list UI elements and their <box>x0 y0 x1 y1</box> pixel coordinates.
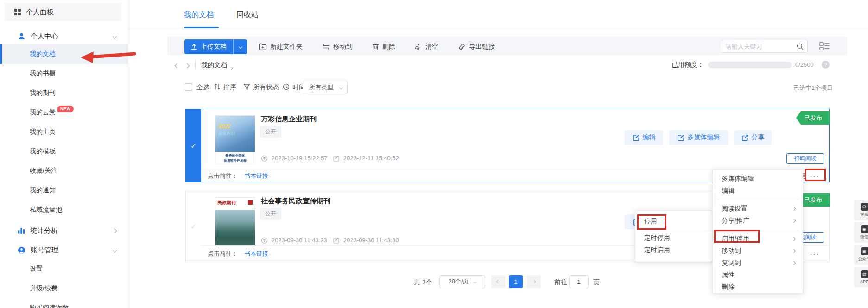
active-tab-underline <box>184 27 219 28</box>
type-filter-select[interactable]: 所有类型 <box>303 81 348 94</box>
doc1-status-ribbon: 已发布 <box>796 111 830 125</box>
float-wechat-button[interactable]: ◉ 微信 <box>854 222 868 243</box>
back-button[interactable] <box>175 61 179 69</box>
menu-item-edit[interactable]: 编辑 <box>713 185 803 197</box>
menu-label: 启用/停用 <box>722 235 749 243</box>
goto-page-input[interactable] <box>569 275 589 288</box>
tab-my-docs[interactable]: 我的文档 <box>184 10 214 20</box>
sidebar-item-notifications[interactable]: 我的通知 <box>0 181 128 200</box>
menu-divider <box>717 200 798 200</box>
clear-button[interactable]: 清空 <box>415 43 438 51</box>
new-folder-button[interactable]: 新建文件夹 <box>259 43 303 51</box>
menu-item-media-edit[interactable]: 多媒体编辑 <box>713 173 803 185</box>
doc2-checkbox[interactable]: ✓ <box>186 191 201 262</box>
nav-label: 私域流量池 <box>30 206 62 214</box>
export-link-button[interactable]: 导出链接 <box>458 43 495 51</box>
page-size-select[interactable]: 20个/页 <box>439 275 485 288</box>
updated-value: 2023-09-30 11:43:30 <box>343 237 399 244</box>
doc1-book-link[interactable]: 书本链接 <box>244 172 268 180</box>
current-page-button[interactable]: 1 <box>509 275 523 288</box>
view-toggle-icon[interactable] <box>819 42 830 50</box>
float-app-button[interactable]: ▤ APP <box>854 267 868 287</box>
doc1-scan-read-button[interactable]: 扫码阅读 <box>786 153 824 164</box>
tool-label: 删除 <box>382 43 395 51</box>
select-all-label[interactable]: 全选 <box>196 83 209 92</box>
search-input[interactable] <box>721 40 791 52</box>
doc1-edit-button[interactable]: 编辑 <box>625 130 663 145</box>
doc1-media-edit-button[interactable]: 多媒体编辑 <box>669 130 728 145</box>
doc2-title[interactable]: 社会事务民政宣传期刊 <box>261 197 330 206</box>
sort-icon[interactable] <box>214 83 221 90</box>
doc2-book-link[interactable]: 书本链接 <box>244 250 268 258</box>
upload-icon <box>191 44 197 50</box>
upload-dropdown-button[interactable] <box>233 39 247 54</box>
submenu-item-scheduled-enable[interactable]: 定时启用 <box>635 244 712 256</box>
menu-item-copy-to[interactable]: 复制到 <box>713 257 803 269</box>
quota-help-icon[interactable]: ? <box>822 61 830 69</box>
search-icon[interactable] <box>797 43 804 50</box>
upload-time-icon <box>261 155 268 162</box>
doc1-selected-checkbox[interactable]: ✓ <box>186 109 201 182</box>
sidebar-item-buy-reads[interactable]: 购买阅读次数 <box>0 298 128 308</box>
delete-button[interactable]: 删除 <box>372 43 395 51</box>
menu-label: 复制到 <box>722 259 741 267</box>
status-filter-label[interactable]: 所有状态 <box>253 83 279 92</box>
created-value: 2023-09-30 11:43:23 <box>272 237 327 244</box>
edit-pencil-icon <box>633 134 640 141</box>
sidebar-item-dashboard[interactable]: 个人面板 <box>5 3 121 21</box>
upload-button[interactable]: 上传文档 <box>184 39 247 54</box>
upload-time-icon <box>261 237 268 244</box>
tool-label: 新建文件夹 <box>270 43 303 51</box>
filter-funnel-icon[interactable] <box>243 83 250 90</box>
doc1-title[interactable]: 万彩信息企业期刊 <box>261 115 317 124</box>
doc2-more-button[interactable]: ··· <box>810 250 820 258</box>
menu-item-properties[interactable]: 属性 <box>713 269 803 281</box>
sidebar-item-favorites[interactable]: 收藏/关注 <box>0 161 128 181</box>
submenu-item-disable[interactable]: 停用 <box>635 214 712 229</box>
menu-item-read-settings[interactable]: 阅读设置 <box>713 203 803 215</box>
menu-divider <box>717 230 798 230</box>
doc1-share-button[interactable]: 分享 <box>734 130 772 145</box>
clock-icon[interactable] <box>283 83 290 90</box>
app-icon: ▤ <box>861 270 868 278</box>
sidebar-item-upgrade[interactable]: 升级/续费 <box>0 279 128 298</box>
float-label: APP <box>860 279 868 284</box>
sidebar-item-settings[interactable]: 设置 <box>0 259 128 279</box>
prev-page-button[interactable] <box>491 275 505 288</box>
doc1-cover-thumbnail[interactable]: 2022 企业内刊 领先的全球化应用软件开发商 <box>215 115 255 163</box>
doc1-visibility-badge: 公开 <box>260 126 281 138</box>
doc1-more-button[interactable]: ··· <box>810 172 820 180</box>
breadcrumb[interactable]: 我的文档 <box>201 61 227 69</box>
sidebar-item-my-templates[interactable]: 我的模板 <box>0 142 128 161</box>
sidebar-item-my-bookshelf[interactable]: 我的书橱 <box>0 64 128 83</box>
sidebar-item-traffic-pool[interactable]: 私域流量池 <box>0 200 128 220</box>
doc2-cover-thumbnail[interactable]: 民政期刊 <box>215 197 255 245</box>
tab-label: 我的文档 <box>184 11 214 19</box>
menu-item-delete[interactable]: 删除 <box>713 281 803 293</box>
submenu-item-scheduled-disable[interactable]: 定时停用 <box>635 232 712 244</box>
float-customer-service-button[interactable]: ☊ 客服 <box>854 200 868 220</box>
sidebar-item-my-cloud[interactable]: 我的云景NEW <box>0 103 128 122</box>
sidebar-item-my-docs[interactable]: 我的文档 <box>0 44 128 64</box>
sidebar-section-personal-center[interactable]: 个人中心 <box>0 28 128 44</box>
goto-page-label: 前往 <box>554 278 567 287</box>
nav-label: 我的文档 <box>30 50 56 58</box>
share-icon <box>741 134 748 141</box>
chevron-down-icon <box>113 248 117 252</box>
sidebar-item-my-journal[interactable]: 我的期刊 <box>0 83 128 103</box>
move-to-button[interactable]: 移动到 <box>322 43 353 51</box>
created-value: 2023-10-19 15:22:57 <box>272 155 328 162</box>
sidebar-item-my-homepage[interactable]: 我的主页 <box>0 122 128 142</box>
select-all-checkbox[interactable] <box>185 83 192 91</box>
tab-recycle-bin[interactable]: 回收站 <box>236 10 259 20</box>
menu-item-enable-disable[interactable]: 启用/停用 <box>713 233 803 245</box>
sidebar-section-statistics[interactable]: 统计分析 <box>0 222 128 239</box>
doc2-visibility-badge: 公开 <box>260 208 281 220</box>
forward-button[interactable] <box>185 61 189 69</box>
sort-label[interactable]: 排序 <box>223 83 236 92</box>
next-page-button[interactable] <box>527 275 541 288</box>
float-official-account-button[interactable]: ▣ 公众号 <box>854 245 868 265</box>
menu-item-move-to[interactable]: 移动到 <box>713 245 803 257</box>
sidebar-section-account[interactable]: 账号管理 <box>0 242 128 258</box>
menu-item-share-promote[interactable]: 分享/推广 <box>713 215 803 227</box>
